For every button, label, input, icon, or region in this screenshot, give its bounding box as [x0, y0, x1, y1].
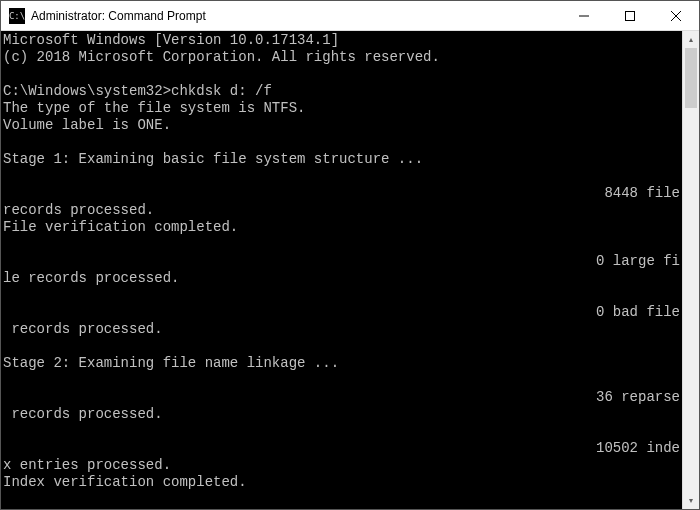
line: 8448 file — [3, 185, 680, 202]
line: Microsoft Windows [Version 10.0.17134.1] — [3, 32, 339, 48]
line: 36 reparse — [3, 389, 680, 406]
line: 10502 inde — [3, 440, 680, 457]
line: Stage 1: Examining basic file system str… — [3, 151, 423, 167]
line: File verification completed. — [3, 219, 238, 235]
window-title: Administrator: Command Prompt — [31, 9, 561, 23]
line: 0 large fi — [3, 253, 680, 270]
minimize-button[interactable] — [561, 1, 607, 30]
line: records processed. — [3, 321, 163, 337]
vertical-scrollbar[interactable]: ▴ ▾ — [682, 31, 699, 509]
line: le records processed. — [3, 270, 179, 286]
line: 0 bad file — [3, 304, 680, 321]
maximize-button[interactable] — [607, 1, 653, 30]
line: Index verification completed. — [3, 474, 247, 490]
window-controls — [561, 1, 699, 30]
titlebar[interactable]: C:\ Administrator: Command Prompt — [1, 1, 699, 31]
line: (c) 2018 Microsoft Corporation. All righ… — [3, 49, 440, 65]
client-area: Microsoft Windows [Version 10.0.17134.1]… — [1, 31, 699, 509]
line: 0 unindexe — [3, 508, 680, 509]
scroll-thumb[interactable] — [685, 48, 697, 108]
close-button[interactable] — [653, 1, 699, 30]
line: Stage 2: Examining file name linkage ... — [3, 355, 339, 371]
line: x entries processed. — [3, 457, 171, 473]
svg-rect-1 — [626, 11, 635, 20]
line: records processed. — [3, 406, 163, 422]
scroll-down-arrow-icon[interactable]: ▾ — [683, 492, 699, 509]
cmd-icon: C:\ — [9, 8, 25, 24]
prompt-line: C:\Windows\system32>chkdsk d: /f — [3, 83, 272, 99]
terminal-output[interactable]: Microsoft Windows [Version 10.0.17134.1]… — [1, 31, 682, 509]
line: records processed. — [3, 202, 154, 218]
line: The type of the file system is NTFS. — [3, 100, 305, 116]
scroll-up-arrow-icon[interactable]: ▴ — [683, 31, 699, 48]
cmd-window: C:\ Administrator: Command Prompt Micros… — [0, 0, 700, 510]
line: Volume label is ONE. — [3, 117, 171, 133]
